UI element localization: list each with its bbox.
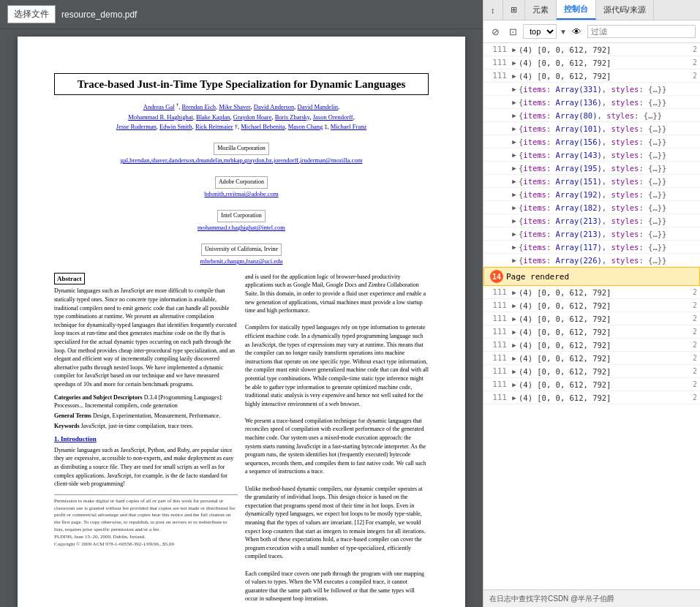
row-content: (4) [0, 0, 612, 792] — [519, 59, 690, 67]
tree-row: 111 ▶ (4) [0, 0, 612, 792] 2 — [483, 56, 700, 69]
expand-icon[interactable]: ▶ — [510, 393, 519, 402]
tree-row: ▶ {items: Array(192), styles: {…}} — [483, 188, 700, 201]
abstract-text: Dynamic languages such as JavaScript are… — [54, 287, 238, 388]
tab-grid[interactable]: ⊞ — [503, 0, 525, 20]
expand-icon[interactable]: ▶ — [510, 216, 519, 225]
categories-label: Categories and Subject Descriptors — [54, 394, 143, 401]
tree-row: ▶ {items: Array(101), styles: {…}} — [483, 122, 700, 135]
tab-console[interactable]: 控制台 — [557, 0, 596, 20]
expand-icon[interactable]: ▶ — [510, 328, 519, 336]
devtools-tabs: ↕ ⊞ 元素 控制台 源代码/来源 — [483, 0, 700, 20]
author-ruderman[interactable]: Jesse Ruderman — [116, 123, 157, 130]
block-button[interactable]: ⊡ — [505, 23, 520, 39]
author-reitmaier[interactable]: Rick Reitmaier — [195, 123, 233, 130]
mozilla-institution: Mozilla Corporation — [214, 143, 269, 155]
keywords-line: Keywords JavaScript, just-in-time compil… — [54, 422, 238, 430]
expand-icon[interactable]: ▶ — [510, 85, 519, 94]
intel-email[interactable]: mohammad.r.haghighat@intel.com — [197, 224, 285, 231]
expand-icon[interactable]: ▶ — [510, 288, 519, 297]
expand-icon[interactable]: ▶ — [510, 72, 519, 80]
expand-icon[interactable]: ▶ — [510, 367, 519, 376]
scope-arrow: ▼ — [560, 28, 567, 36]
row-content: {items: Array(151), styles: {…}} — [519, 177, 697, 186]
devtools-toolbar: ⊘ ⊡ top ▼ 👁 — [483, 20, 700, 43]
expand-icon[interactable]: ▶ — [510, 124, 519, 133]
row-content: {items: Array(331), styles: {…}} — [519, 85, 697, 94]
expand-icon[interactable]: ▶ — [510, 111, 519, 120]
author-bebenita[interactable]: Michael Bebenita — [241, 123, 285, 130]
tab-elements[interactable]: 元素 — [525, 0, 557, 20]
expand-icon[interactable]: ▶ — [510, 203, 519, 212]
row-number: 111 — [486, 45, 507, 54]
ban-button[interactable]: ⊘ — [488, 23, 503, 39]
adobe-email[interactable]: bdsmith,rreitmai@adobe.com — [204, 190, 278, 197]
tree-row: ▶ {items: Array(143), styles: {…}} — [483, 148, 700, 162]
filter-input[interactable] — [587, 25, 696, 38]
intro-title: Introduction — [61, 435, 97, 442]
mozilla-email[interactable]: gal,brendan,shaver,danderson,dmandelin,m… — [121, 157, 363, 164]
tab-sources[interactable]: 源代码/来源 — [596, 0, 654, 20]
expand-icon[interactable]: ▶ — [510, 59, 519, 67]
eye-icon: 👁 — [572, 26, 582, 37]
author-hoare[interactable]: Graydon Hoare — [233, 113, 272, 121]
expand-icon[interactable]: ▶ — [510, 314, 519, 323]
author-anderson[interactable]: David Anderson — [254, 103, 294, 110]
categories-line: Categories and Subject Descriptors D.3.4… — [54, 393, 238, 410]
expand-icon[interactable]: ▶ — [510, 354, 519, 363]
row-count: 2 — [693, 314, 697, 323]
row-number: 111 — [486, 366, 507, 376]
tree-row: ▶ {items: Array(182), styles: {…}} — [483, 201, 700, 214]
expand-icon[interactable]: ▶ — [510, 230, 519, 238]
expand-icon[interactable]: ▶ — [510, 301, 519, 310]
abstract-header: Abstract — [54, 273, 85, 285]
tree-row: 111 ▶ (4) [0, 0, 612, 792] 2 — [483, 391, 700, 404]
tree-row: 111 ▶ (4) [0, 0, 612, 792] 2 — [483, 325, 700, 339]
scope-select[interactable]: top — [523, 24, 557, 39]
expand-icon[interactable]: ▶ — [510, 151, 519, 159]
expand-icon[interactable]: ▶ — [510, 256, 519, 265]
expand-icon[interactable]: ▶ — [510, 243, 519, 252]
block-icon: ⊡ — [509, 26, 517, 37]
ban-icon: ⊘ — [492, 26, 500, 37]
devtools-content[interactable]: 111 ▶ (4) [0, 0, 612, 792] 2 111 ▶ (4) [… — [483, 43, 700, 589]
author-shaver[interactable]: Mike Shaver — [219, 103, 250, 110]
tab-resize[interactable]: ↕ — [483, 0, 503, 20]
author-chang[interactable]: Mason Chang — [288, 123, 323, 130]
author-gal[interactable]: Andreas Gal — [143, 103, 175, 110]
footnote-section: Permission to make digital or hard copie… — [54, 494, 238, 548]
eye-button[interactable]: 👁 — [570, 23, 584, 39]
author-kaplan[interactable]: Blake Kaplan — [196, 113, 230, 121]
resize-icon: ↕ — [491, 6, 495, 15]
row-content: {items: Array(101), styles: {…}} — [519, 124, 697, 133]
tree-row: ▶ {items: Array(195), styles: {…}} — [483, 162, 700, 175]
author-mandelin[interactable]: David Mandelin — [298, 103, 338, 110]
tree-row: 111 ▶ (4) [0, 0, 612, 792] 2 — [483, 312, 700, 325]
pdf-toolbar: 选择文件 resource_demo.pdf — [0, 0, 483, 29]
select-file-button[interactable]: 选择文件 — [7, 5, 56, 23]
intel-institution: Intel Corporation — [217, 210, 265, 222]
tree-row: ▶ {items: Array(151), styles: {…}} — [483, 175, 700, 188]
uci-institution: University of California, Irvine — [201, 244, 282, 256]
pdf-content[interactable]: Trace-based Just-in-Time Type Specializa… — [0, 29, 483, 607]
expand-icon[interactable]: ▶ — [510, 164, 519, 173]
author-smith[interactable]: Edwin Smith — [159, 123, 192, 130]
expand-icon[interactable]: ▶ — [510, 190, 519, 199]
author-zbarsky[interactable]: Boris Zbarsky — [275, 113, 310, 121]
author-franz[interactable]: Michael Franz — [331, 123, 366, 130]
tree-row: ▶ {items: Array(331), styles: {…}} — [483, 83, 700, 96]
expand-icon[interactable]: ▶ — [510, 380, 519, 389]
tree-row: ▶ {items: Array(213), styles: {…}} — [483, 214, 700, 227]
row-count: 2 — [693, 301, 697, 309]
author-orendorff[interactable]: Jason Orendorff — [313, 113, 353, 121]
tree-row: ▶ {items: Array(136), styles: {…}} — [483, 96, 700, 109]
author-haghighat[interactable]: Mohammad R. Haghighat — [128, 113, 193, 121]
author-eich[interactable]: Brendan Eich — [181, 103, 216, 110]
expand-icon[interactable]: ▶ — [510, 45, 519, 54]
uci-email[interactable]: mbebenit,changm,franz@uci.edu — [200, 257, 283, 265]
tab-elements-label: 元素 — [532, 4, 549, 15]
expand-icon[interactable]: ▶ — [510, 177, 519, 186]
expand-icon[interactable]: ▶ — [510, 137, 519, 146]
expand-icon[interactable]: ▶ — [510, 341, 519, 350]
row-content: (4) [0, 0, 612, 792] — [519, 288, 690, 297]
expand-icon[interactable]: ▶ — [510, 98, 519, 107]
